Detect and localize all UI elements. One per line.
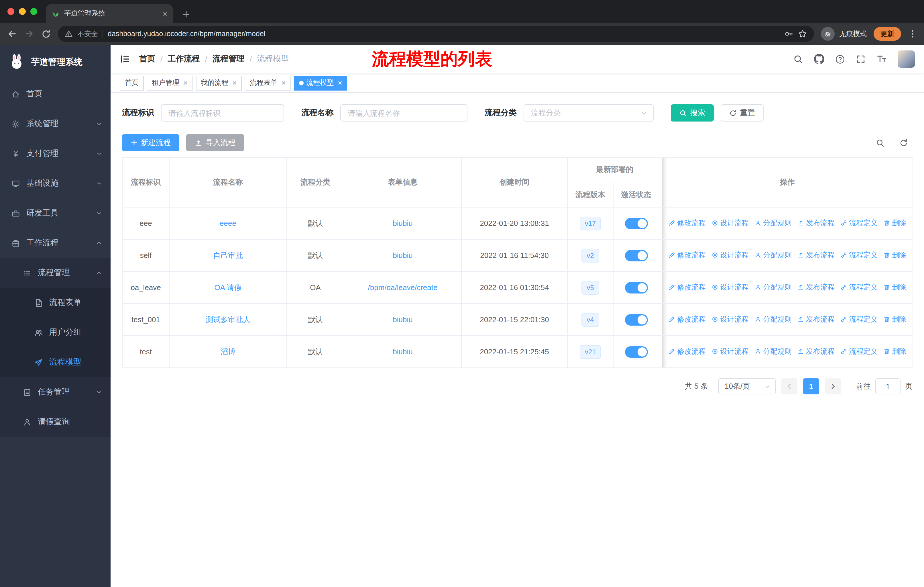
form-info-link[interactable]: biubiu — [393, 219, 412, 228]
action-definition[interactable]: 流程定义 — [840, 315, 878, 324]
action-publish[interactable]: 发布流程 — [797, 315, 835, 324]
action-definition[interactable]: 流程定义 — [840, 347, 878, 357]
process-name-link[interactable]: OA 请假 — [214, 283, 241, 291]
browser-menu-icon[interactable] — [908, 29, 917, 38]
import-process-button[interactable]: 导入流程 — [186, 134, 244, 151]
refresh-icon[interactable] — [899, 139, 908, 147]
password-key-icon[interactable] — [784, 29, 794, 38]
action-delete[interactable]: 删除 — [883, 283, 906, 293]
breadcrumb-workflow[interactable]: 工作流程 — [168, 54, 200, 64]
tag-process-model[interactable]: 流程模型 × — [294, 75, 347, 90]
zoom-window-button[interactable] — [30, 8, 37, 15]
sidebar-item-infrastructure[interactable]: 基础设施 — [0, 169, 111, 198]
minimize-window-button[interactable] — [19, 8, 26, 15]
action-edit[interactable]: 修改流程 — [668, 315, 706, 324]
action-assign[interactable]: 分配规则 — [754, 347, 792, 357]
process-name-link[interactable]: eeee — [220, 219, 236, 228]
tag-process-form[interactable]: 流程表单 × — [244, 75, 291, 90]
sidebar-item-workflow[interactable]: 工作流程 — [0, 228, 111, 258]
process-name-link[interactable]: 自己审批 — [213, 251, 243, 260]
breadcrumb-home[interactable]: 首页 — [139, 54, 155, 64]
action-design[interactable]: 设计流程 — [711, 218, 749, 228]
goto-page-input[interactable] — [875, 378, 901, 394]
sidebar-item-process-management[interactable]: 流程管理 — [0, 258, 111, 288]
tag-home[interactable]: 首页 — [120, 75, 144, 90]
action-delete[interactable]: 删除 — [883, 218, 906, 228]
process-key-input[interactable] — [161, 104, 284, 122]
help-icon[interactable] — [835, 54, 845, 64]
reload-button[interactable] — [41, 29, 51, 39]
github-icon[interactable] — [814, 54, 824, 64]
form-info-link[interactable]: biubiu — [393, 251, 412, 260]
page-size-select[interactable]: 10条/页 — [718, 378, 776, 394]
font-size-icon[interactable] — [876, 54, 887, 64]
action-edit[interactable]: 修改流程 — [668, 218, 706, 228]
active-toggle[interactable] — [625, 218, 648, 229]
action-design[interactable]: 设计流程 — [711, 251, 749, 260]
action-assign[interactable]: 分配规则 — [754, 251, 792, 260]
back-button[interactable] — [7, 29, 17, 39]
close-icon[interactable]: × — [232, 79, 237, 86]
close-window-button[interactable] — [7, 8, 14, 15]
sidebar-item-task-management[interactable]: 任务管理 — [0, 377, 111, 407]
action-edit[interactable]: 修改流程 — [668, 347, 706, 357]
sidebar-item-leave-query[interactable]: 请假查询 — [0, 407, 111, 437]
action-design[interactable]: 设计流程 — [711, 315, 749, 324]
action-assign[interactable]: 分配规则 — [754, 218, 792, 228]
action-design[interactable]: 设计流程 — [711, 283, 749, 293]
sidebar-item-process-form[interactable]: 流程表单 — [0, 288, 111, 317]
sidebar-toggle-icon[interactable] — [120, 54, 130, 64]
sidebar-item-payment[interactable]: 支付管理 — [0, 139, 111, 169]
process-name-link[interactable]: 测试多审批人 — [206, 315, 250, 324]
action-publish[interactable]: 发布流程 — [797, 251, 835, 260]
close-icon[interactable]: × — [281, 79, 285, 86]
action-publish[interactable]: 发布流程 — [797, 283, 835, 293]
prev-page-button[interactable] — [781, 378, 797, 394]
category-select[interactable]: 流程分类 — [523, 104, 653, 122]
search-icon[interactable] — [794, 54, 803, 64]
browser-tab[interactable]: 芋道管理系统 × — [46, 4, 173, 23]
toggle-search-icon[interactable] — [876, 139, 884, 147]
new-tab-button[interactable] — [182, 10, 190, 18]
fullscreen-icon[interactable] — [856, 54, 866, 64]
current-page-button[interactable]: 1 — [803, 378, 819, 394]
close-icon[interactable]: × — [183, 79, 188, 86]
process-name-input[interactable] — [340, 104, 467, 122]
create-process-button[interactable]: 新建流程 — [122, 134, 179, 151]
sidebar-item-user-group[interactable]: 用户分组 — [0, 317, 111, 347]
bookmark-star-icon[interactable] — [798, 29, 807, 38]
action-definition[interactable]: 流程定义 — [840, 283, 878, 293]
action-publish[interactable]: 发布流程 — [797, 347, 835, 357]
active-toggle[interactable] — [625, 250, 648, 261]
form-info-link[interactable]: biubiu — [393, 315, 412, 324]
action-definition[interactable]: 流程定义 — [840, 251, 878, 260]
breadcrumb-process-management[interactable]: 流程管理 — [213, 54, 244, 64]
action-edit[interactable]: 修改流程 — [668, 251, 706, 260]
action-design[interactable]: 设计流程 — [711, 347, 749, 357]
close-icon[interactable]: × — [338, 79, 342, 86]
action-delete[interactable]: 删除 — [883, 251, 906, 260]
address-bar[interactable]: 不安全 dashboard.yudao.iocoder.cn/bpm/manag… — [58, 26, 814, 42]
active-toggle[interactable] — [625, 346, 648, 357]
tag-my-process[interactable]: 我的流程 × — [196, 75, 242, 90]
active-toggle[interactable] — [625, 314, 648, 325]
tag-tenant-management[interactable]: 租户管理 × — [147, 75, 193, 90]
process-name-link[interactable]: 滔博 — [221, 347, 236, 356]
reset-button[interactable]: 重置 — [721, 104, 764, 122]
action-delete[interactable]: 删除 — [883, 347, 906, 357]
sidebar-item-home[interactable]: 首页 — [0, 79, 111, 109]
sidebar-item-dev-tools[interactable]: 研发工具 — [0, 198, 111, 228]
sidebar-item-system[interactable]: 系统管理 — [0, 109, 111, 139]
action-definition[interactable]: 流程定义 — [840, 218, 878, 228]
action-delete[interactable]: 删除 — [883, 315, 906, 324]
close-tab-icon[interactable]: × — [163, 10, 167, 18]
next-page-button[interactable] — [825, 378, 841, 394]
action-assign[interactable]: 分配规则 — [754, 283, 792, 293]
action-assign[interactable]: 分配规则 — [754, 315, 792, 324]
action-edit[interactable]: 修改流程 — [668, 283, 706, 293]
form-info-link[interactable]: /bpm/oa/leave/create — [368, 283, 438, 292]
sidebar-item-process-model[interactable]: 流程模型 — [0, 347, 111, 377]
form-info-link[interactable]: biubiu — [393, 347, 412, 356]
user-avatar[interactable] — [898, 50, 915, 68]
forward-button[interactable] — [24, 29, 35, 39]
